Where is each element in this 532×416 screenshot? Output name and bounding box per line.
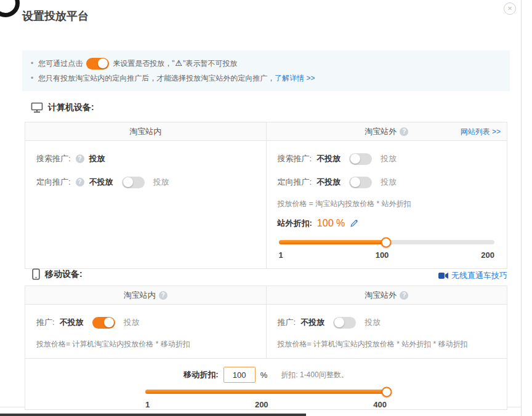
mobile-discount-row: 移动折扣: % 折扣: 1-400间整数。 1 200 400 <box>25 359 507 409</box>
mobile-onsite-toggle[interactable] <box>92 317 115 329</box>
dialog-right-edge <box>521 0 522 416</box>
help-icon[interactable]: ? <box>76 178 84 186</box>
offsite-target-toggle[interactable] <box>349 177 372 188</box>
mobile-onsite-cell: 推广: 不投放 投放 投放价格= 计算机淘宝站内投放价格 * 移动折扣 <box>25 305 266 358</box>
notice-text: 您只有投放淘宝站内的定向推广后，才能选择投放淘宝站外的定向推广， <box>38 71 275 86</box>
offsite-target-row: 定向推广: 不投放 投放 <box>278 175 496 189</box>
alt-status-text: 投放 <box>153 177 169 188</box>
wireless-tips-label: 无线直通车技巧 <box>451 270 507 281</box>
mobile-table-header: 淘宝站内 ? 淘宝站外 ? <box>25 286 507 305</box>
help-icon[interactable]: ? <box>400 127 408 136</box>
mobile-table: 淘宝站内 ? 淘宝站外 ? 推广: 不投放 投放 投放价格= 计算机淘宝站内投放… <box>25 286 507 410</box>
toggle-knob <box>98 58 108 68</box>
slider-fill <box>279 240 386 244</box>
offsite-search-row: 搜索推广: 不投放 投放 <box>278 152 496 166</box>
status-text: 不投放 <box>89 177 113 188</box>
offsite-discount-value: 100 % <box>317 218 345 229</box>
notice-text: 来设置是否投放，" <box>113 56 174 71</box>
notice-box: • 您可通过点击 来设置是否投放，" ⚠ "表示暂不可投放 • 您只有投放淘宝站… <box>22 50 510 91</box>
header-label: 淘宝站外 <box>365 290 397 301</box>
toggle-knob <box>123 177 133 187</box>
tick-label: 200 <box>255 400 268 409</box>
computer-table: 淘宝站内 淘宝站外 ? 网站列表 >> 搜索推广: ? 投放 定向推广: ? 不… <box>25 122 507 269</box>
offsite-discount-slider[interactable]: 1 100 200 <box>279 239 495 260</box>
background-bar <box>0 414 306 416</box>
status-text: 不投放 <box>60 317 84 328</box>
percent-sign: % <box>260 370 268 380</box>
mobile-offsite-toggle[interactable] <box>333 317 356 329</box>
site-list-link[interactable]: 网站列表 >> <box>461 126 501 137</box>
slider-track[interactable] <box>145 390 387 394</box>
computer-offsite-cell: 搜索推广: 不投放 投放 定向推广: 不投放 投放 投放价格 = 淘宝站内投放价… <box>266 141 507 268</box>
mobile-discount-line: 移动折扣: % 折扣: 1-400间整数。 <box>25 367 507 383</box>
example-toggle-icon <box>86 58 109 70</box>
toggle-knob <box>350 154 360 164</box>
computer-onsite-cell: 搜索推广: ? 投放 定向推广: ? 不投放 投放 <box>25 141 266 268</box>
offsite-search-toggle[interactable] <box>349 153 372 165</box>
computer-table-body: 搜索推广: ? 投放 定向推广: ? 不投放 投放 搜索推广: 不投放 投放 <box>25 141 507 268</box>
alt-status-text: 投放 <box>381 153 397 164</box>
mobile-onsite-header: 淘宝站内 ? <box>25 286 266 304</box>
mobile-onsite-promo-row: 推广: 不投放 投放 <box>36 316 255 329</box>
offsite-discount-line: 站外折扣: 100 % <box>278 218 496 229</box>
tick-label: 400 <box>373 400 387 409</box>
onsite-target-toggle[interactable] <box>122 177 145 188</box>
toggle-knob <box>350 177 360 187</box>
bullet-icon: • <box>31 71 33 86</box>
slider-ticks: 1 200 400 <box>145 400 387 409</box>
notice-text: "表示暂不可投放 <box>183 56 237 71</box>
warning-icon: ⚠ <box>175 56 182 71</box>
learn-more-link[interactable]: 了解详情 >> <box>275 71 315 86</box>
slider-knob[interactable] <box>381 237 391 247</box>
row-label: 推广: <box>36 317 55 328</box>
onsite-search-row: 搜索推广: ? 投放 <box>36 152 255 166</box>
slider-fill <box>145 390 387 394</box>
alt-status-text: 投放 <box>381 177 397 188</box>
header-label: 淘宝站内 <box>124 290 156 301</box>
offsite-discount-label: 站外折扣: <box>278 218 312 229</box>
mobile-section-header: 移动设备: <box>32 268 83 280</box>
header-label: 淘宝站外 <box>365 126 397 137</box>
computer-onsite-header: 淘宝站内 <box>25 122 266 140</box>
monitor-icon <box>31 102 43 113</box>
mobile-offsite-promo-row: 推广: 不投放 投放 <box>278 316 496 329</box>
set-platform-dialog: × 设置投放平台 • 您可通过点击 来设置是否投放，" ⚠ "表示暂不可投放 •… <box>0 0 532 416</box>
row-label: 定向推广: <box>278 177 312 188</box>
mobile-discount-input[interactable] <box>224 367 256 383</box>
alt-status-text: 投放 <box>365 317 381 328</box>
row-label: 搜索推广: <box>278 153 312 164</box>
mobile-offsite-formula: 投放价格= 计算机淘宝站内投放价格 * 站外折扣 * 移动折扣 <box>278 339 496 350</box>
tick-label: 100 <box>376 250 389 260</box>
toggle-knob <box>104 318 114 327</box>
slider-ticks: 1 100 200 <box>279 250 495 260</box>
video-icon <box>438 272 448 279</box>
row-label: 推广: <box>278 317 296 328</box>
header-label: 淘宝站内 <box>129 126 161 137</box>
help-icon[interactable]: ? <box>76 154 84 163</box>
mobile-onsite-formula: 投放价格= 计算机淘宝站内投放价格 * 移动折扣 <box>36 339 255 350</box>
help-icon[interactable]: ? <box>400 291 408 300</box>
row-label: 定向推广: <box>36 177 71 188</box>
notice-line-1: • 您可通过点击 来设置是否投放，" ⚠ "表示暂不可投放 <box>31 56 501 71</box>
tick-label: 1 <box>279 250 283 260</box>
notice-line-2: • 您只有投放淘宝站内的定向推广后，才能选择投放淘宝站外的定向推广， 了解详情 … <box>31 71 501 86</box>
onsite-target-row: 定向推广: ? 不投放 投放 <box>36 175 255 189</box>
mobile-discount-label: 移动折扣: <box>183 369 218 380</box>
partial-logo <box>0 0 20 17</box>
phone-icon <box>32 268 40 280</box>
status-text: 不投放 <box>316 153 341 164</box>
wireless-tips-link[interactable]: 无线直通车技巧 <box>438 270 507 281</box>
computer-section-title: 计算机设备: <box>48 102 94 113</box>
help-icon[interactable]: ? <box>159 291 167 300</box>
row-label: 搜索推广: <box>36 153 71 164</box>
mobile-discount-slider[interactable]: 1 200 400 <box>145 388 387 409</box>
slider-knob[interactable] <box>382 386 392 397</box>
close-button[interactable]: × <box>504 2 516 15</box>
alt-status-text: 投放 <box>124 317 140 328</box>
computer-offsite-header: 淘宝站外 ? 网站列表 >> <box>266 122 507 140</box>
mobile-offsite-header: 淘宝站外 ? <box>266 286 507 304</box>
computer-table-header: 淘宝站内 淘宝站外 ? 网站列表 >> <box>25 122 507 141</box>
toggle-knob <box>334 318 344 327</box>
edit-discount-icon[interactable] <box>350 219 358 228</box>
mobile-offsite-cell: 推广: 不投放 投放 投放价格= 计算机淘宝站内投放价格 * 站外折扣 * 移动… <box>266 305 507 358</box>
